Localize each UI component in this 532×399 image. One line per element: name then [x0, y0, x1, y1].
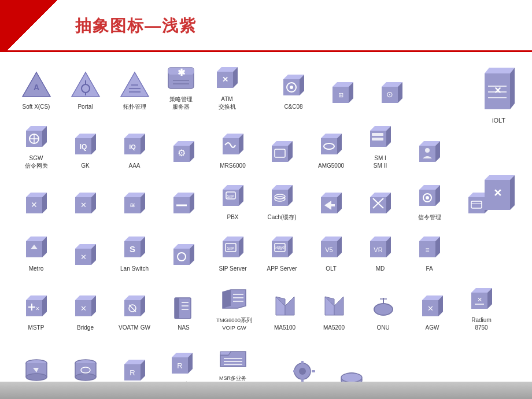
top-bar: 抽象图标—浅紫 — [0, 0, 532, 52]
svg-marker-175 — [223, 290, 231, 308]
ma5200-icon — [319, 291, 349, 321]
bottom-bar — [0, 382, 532, 399]
row-1: A Soft X(CS) Portal — [12, 61, 520, 115]
voatm-gw-label: VOATM GW — [119, 324, 150, 331]
icon-voip-router: R VOIP功能路由器 — [159, 346, 205, 382]
iolt-svg: ✕ — [480, 62, 518, 117]
icon-arrow2 — [306, 186, 356, 221]
tmg8000-label: TMG8000系列VOIP GW — [216, 317, 252, 331]
agw-icon: ✕ — [418, 291, 448, 321]
icon-pbx: SIP PBX — [208, 179, 257, 221]
svg-text:S: S — [129, 244, 135, 254]
mrs6000-icon — [218, 129, 248, 159]
app-server-icon: Server V5 — [267, 232, 297, 262]
icon-grid: A Soft X(CS) Portal — [12, 61, 520, 382]
mrs6000-label: MRS6000 — [220, 162, 245, 169]
svg-text:⚙: ⚙ — [178, 148, 186, 158]
icon-portal: Portal — [61, 68, 110, 110]
icon-mstp: ✕ MSTP — [12, 289, 61, 331]
svg-marker-6 — [121, 72, 149, 97]
svg-point-23 — [290, 86, 293, 89]
icon-router: R 路由器 — [110, 353, 159, 382]
svg-text:R: R — [177, 361, 182, 370]
icon-metro: Metro — [12, 230, 61, 272]
svg-text:✕: ✕ — [221, 75, 228, 84]
iolt-label: iOLT — [492, 117, 505, 124]
sgw-label: SGW信令网关 — [25, 154, 48, 169]
icon-x5: ✕ — [61, 238, 110, 272]
row-5: ✕ MSTP ✕ Bridge — [12, 282, 520, 336]
row-2: SGW信令网关 IQ GK — [12, 120, 520, 174]
icon-xinglingmgr: 信令管理 — [405, 179, 454, 221]
icon-olt: V5 OLT — [306, 230, 356, 272]
gk-label: GK — [81, 162, 89, 169]
radium8750-icon: ✕ — [467, 283, 497, 313]
msr-icon — [218, 342, 248, 372]
svg-text:IQ: IQ — [129, 143, 136, 150]
icon-cnc08: C&C08 — [269, 68, 318, 110]
row-3: ✕ ✕ — [12, 179, 520, 226]
metro-label: Metro — [29, 265, 44, 272]
svg-point-208 — [75, 374, 96, 380]
svg-text:≋: ≋ — [130, 201, 135, 209]
icon-dash — [159, 186, 208, 221]
ma5100-label: MA5100 — [274, 324, 295, 331]
cache-label: Cach(缓存) — [267, 213, 296, 221]
icon-ma5200: MA5200 — [309, 289, 359, 331]
svg-point-202 — [26, 374, 47, 380]
icon-fa: ≡ FA — [405, 230, 454, 272]
portal-label: Portal — [77, 103, 93, 110]
sip-server-label: SIP Server — [219, 265, 246, 272]
icon-tmg8000: TMG8000系列VOIP GW — [208, 282, 260, 331]
icon-small1: ⊞ — [318, 76, 367, 110]
cnc08-label: C&C08 — [284, 103, 302, 110]
small1-icon: ⊞ — [328, 77, 358, 108]
gk-icon: IQ — [71, 129, 101, 159]
row-6: SIPP CMTS — [12, 341, 520, 382]
metro-icon — [21, 232, 51, 262]
person-cube-icon — [415, 136, 445, 167]
bridge-label: Bridge — [77, 324, 94, 331]
xinglingmgr-icon — [415, 180, 445, 210]
svg-text:✕: ✕ — [493, 187, 502, 199]
x4-icon: ≋ — [120, 188, 150, 218]
icon-app-server: Server V5 APP Server — [257, 230, 306, 272]
x3-icon: ✕ — [71, 188, 101, 218]
agw-label: AGW — [426, 324, 439, 331]
svg-marker-233 — [510, 68, 515, 109]
svg-text:✕: ✕ — [80, 253, 86, 261]
icon-lan-switch: S Lan Switch — [110, 230, 159, 272]
icon-topology: 拓扑管理 — [110, 68, 159, 110]
icon-iad: IAD — [278, 353, 327, 382]
xinglingmgr-label: 信令管理 — [418, 213, 441, 221]
icon-gk: IQ GK — [61, 127, 110, 169]
round-cube-icon — [169, 239, 199, 269]
pbx-icon: SIP — [218, 180, 248, 210]
page-title: 抽象图标—浅紫 — [75, 15, 197, 37]
svg-marker-101 — [370, 197, 386, 213]
lan-switch-label: Lan Switch — [120, 265, 149, 272]
md-icon: VR — [365, 232, 396, 262]
svg-text:✕: ✕ — [494, 86, 501, 95]
svg-point-69 — [425, 148, 430, 153]
atm-label: ATM交换机 — [219, 95, 236, 110]
sm-label: SM ISM II — [374, 154, 387, 169]
icon-bridge: ✕ Bridge — [61, 289, 110, 331]
voip-router-icon: R — [167, 348, 197, 378]
soft-x-cs-icon: A — [21, 70, 51, 100]
sm-icon — [365, 121, 396, 152]
icon-cmts: CMTS — [61, 353, 110, 382]
onu-label: ONU — [376, 324, 389, 331]
icon-policy-mgr: ✱ 策略管理服务器 — [159, 61, 202, 110]
sgw-icon — [21, 121, 51, 152]
sip-server-icon: SIP — [218, 232, 248, 262]
md-label: MD — [376, 265, 385, 272]
svg-marker-128 — [173, 249, 190, 265]
svg-text:V5: V5 — [325, 246, 332, 253]
svg-marker-184 — [334, 297, 343, 315]
row-4: Metro ✕ — [12, 230, 520, 277]
nas-label: NAS — [178, 324, 190, 331]
ma5100-icon — [270, 291, 300, 321]
cmts-icon — [71, 355, 101, 382]
svg-text:✱: ✱ — [177, 68, 185, 77]
